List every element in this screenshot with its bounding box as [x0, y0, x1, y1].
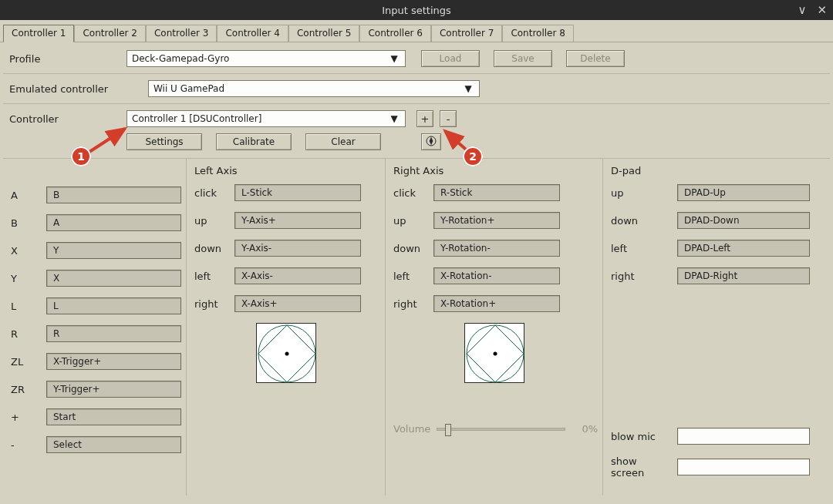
volume-percent: 0%: [573, 423, 598, 435]
chevron-down-icon: ▼: [388, 53, 400, 64]
window-title: Input settings: [382, 5, 451, 16]
volume-slider[interactable]: [437, 428, 565, 431]
clear-button[interactable]: Clear: [305, 133, 381, 150]
tab-controller-5[interactable]: Controller 5: [288, 25, 359, 42]
bind-lstick-up[interactable]: Y-Axis+: [234, 212, 361, 229]
bind-rstick-right[interactable]: X-Rotation+: [433, 295, 560, 312]
bind-rstick-left[interactable]: X-Rotation-: [433, 267, 560, 284]
svg-marker-1: [430, 136, 433, 144]
bind-show-screen[interactable]: [677, 459, 810, 475]
save-button[interactable]: Save: [494, 50, 552, 67]
tab-controller-1[interactable]: Controller 1: [3, 25, 74, 42]
bind-lstick-left[interactable]: X-Axis-: [234, 267, 361, 284]
window-minimize-icon[interactable]: ∨: [798, 3, 806, 17]
profile-label: Profile: [3, 53, 126, 65]
volume-label: Volume: [390, 423, 429, 435]
bind-minus[interactable]: Select: [46, 436, 181, 453]
bind-rstick-up[interactable]: Y-Rotation+: [433, 212, 560, 229]
bind-zl[interactable]: X-Trigger+: [46, 353, 181, 370]
chevron-down-icon: ▼: [388, 113, 400, 124]
bind-dpad-down[interactable]: DPAD-Down: [677, 212, 810, 229]
chevron-down-icon: ▼: [462, 83, 474, 94]
emulated-controller-label: Emulated controller: [3, 83, 148, 95]
tab-controller-7[interactable]: Controller 7: [431, 25, 502, 42]
bind-blow-mic[interactable]: [677, 428, 810, 445]
bind-dpad-up[interactable]: DPAD-Up: [677, 184, 810, 201]
svg-point-7: [493, 352, 497, 356]
profile-value: Deck-Gamepad-Gyro: [132, 53, 229, 64]
emulated-controller-value: Wii U GamePad: [153, 83, 224, 94]
controller-tabs: Controller 1 Controller 2 Controller 3 C…: [0, 20, 833, 42]
bind-dpad-right[interactable]: DPAD-Right: [677, 267, 810, 284]
window-close-icon[interactable]: ✕: [817, 3, 827, 17]
settings-button[interactable]: Settings: [126, 133, 202, 150]
bind-rstick-click[interactable]: R-Stick: [433, 184, 560, 201]
bind-zr[interactable]: Y-Trigger+: [46, 381, 181, 398]
annotation-badge-2: 2: [463, 146, 483, 166]
dpad-column: D-pad upDPAD-Up downDPAD-Down leftDPAD-L…: [603, 159, 830, 496]
bind-rstick-down[interactable]: Y-Rotation-: [433, 240, 560, 257]
svg-point-4: [285, 352, 288, 356]
slider-thumb[interactable]: [445, 424, 451, 436]
bind-lstick-right[interactable]: X-Axis+: [234, 295, 361, 312]
bind-lstick-down[interactable]: Y-Axis-: [234, 240, 361, 257]
bind-lstick-click[interactable]: L-Stick: [234, 184, 361, 201]
tab-controller-8[interactable]: Controller 8: [502, 25, 573, 42]
delete-button[interactable]: Delete: [566, 50, 625, 67]
bind-a[interactable]: B: [46, 186, 181, 203]
left-axis-column: Left Axis clickL-Stick upY-Axis+ downY-A…: [187, 159, 386, 496]
titlebar: Input settings ∨ ✕: [0, 0, 833, 20]
profile-combo[interactable]: Deck-Gamepad-Gyro ▼: [126, 50, 406, 67]
calibrate-button[interactable]: Calibrate: [216, 133, 292, 150]
bind-l[interactable]: L: [46, 297, 181, 314]
controller-combo[interactable]: Controller 1 [DSUController] ▼: [126, 110, 406, 127]
controller-label: Controller: [3, 113, 126, 125]
compass-icon: [426, 136, 437, 149]
tab-controller-3[interactable]: Controller 3: [146, 25, 217, 42]
add-controller-button[interactable]: +: [416, 110, 433, 127]
left-stick-visualizer: [256, 323, 316, 383]
tab-controller-2[interactable]: Controller 2: [74, 25, 145, 42]
load-button[interactable]: Load: [421, 50, 480, 67]
bind-x[interactable]: Y: [46, 242, 181, 259]
bind-b[interactable]: A: [46, 214, 181, 231]
bind-dpad-left[interactable]: DPAD-Left: [677, 240, 810, 257]
right-axis-column: Right Axis clickR-Stick upY-Rotation+ do…: [386, 159, 603, 496]
right-stick-visualizer: [464, 323, 524, 383]
sensor-toggle-button[interactable]: [421, 133, 441, 150]
emulated-controller-combo[interactable]: Wii U GamePad ▼: [148, 80, 480, 97]
annotation-badge-1: 1: [71, 146, 91, 166]
remove-controller-button[interactable]: -: [440, 110, 457, 127]
tab-controller-4[interactable]: Controller 4: [217, 25, 288, 42]
buttons-column: AB BA XY YX LL RR ZLX-Trigger+ ZRY-Trigg…: [3, 159, 187, 496]
bind-plus[interactable]: Start: [46, 408, 181, 425]
bind-r[interactable]: R: [46, 325, 181, 342]
controller-value: Controller 1 [DSUController]: [132, 113, 261, 124]
bind-y[interactable]: X: [46, 270, 181, 287]
tab-controller-6[interactable]: Controller 6: [359, 25, 430, 42]
